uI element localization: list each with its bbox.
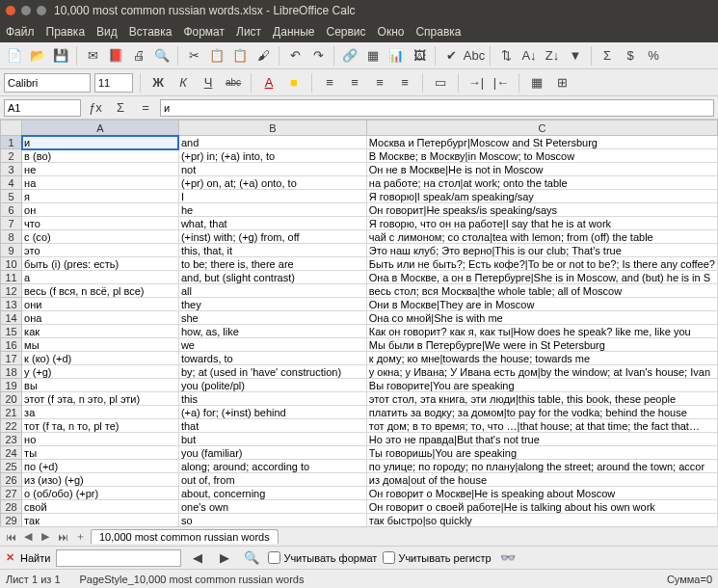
indent-decrease-icon[interactable]: |← — [491, 72, 512, 94]
tab-nav-first-icon[interactable]: ⏮ — [4, 530, 17, 544]
cell[interactable]: свой — [22, 500, 179, 514]
formula-input[interactable] — [160, 99, 714, 117]
cell[interactable]: вы — [22, 379, 179, 392]
cell[interactable]: на работе; на стол|at work; onto the tab… — [366, 176, 717, 190]
cell-reference-input[interactable] — [4, 99, 81, 117]
cell[interactable]: платить за водку; за домом|to pay for th… — [366, 406, 717, 419]
cell[interactable]: у (+g) — [22, 365, 179, 379]
row-header[interactable]: 25 — [1, 460, 22, 473]
insert-table-icon[interactable]: ▦ — [362, 45, 384, 67]
cell[interactable]: she — [178, 311, 366, 325]
find-next-icon[interactable]: ▶ — [214, 548, 235, 569]
font-size-combo[interactable] — [94, 73, 133, 93]
borders-icon[interactable]: ▦ — [526, 72, 547, 94]
cell[interactable]: he — [178, 203, 366, 217]
font-color-icon[interactable]: A — [258, 72, 279, 94]
cell[interactable]: (+a) for; (+inst) behind — [178, 406, 366, 419]
row-header[interactable]: 26 — [1, 473, 22, 487]
cell[interactable]: Я говорю|I speak/am speaking/say — [366, 190, 717, 203]
row-header[interactable]: 28 — [1, 500, 22, 514]
cell[interactable]: out of, from — [178, 473, 366, 487]
cell[interactable]: Вы говорите|You are speaking — [366, 379, 717, 392]
cell[interactable]: and, but (slight contrast) — [178, 271, 366, 284]
align-right-icon[interactable]: ≡ — [369, 72, 390, 94]
cell[interactable]: так быстро|so quickly — [366, 514, 717, 527]
save-icon[interactable]: 💾 — [50, 45, 71, 67]
align-left-icon[interactable]: ≡ — [319, 72, 340, 94]
row-header[interactable]: 16 — [1, 338, 22, 352]
tab-nav-last-icon[interactable]: ⏭ — [56, 530, 69, 544]
sort-asc-icon[interactable]: A↓ — [519, 45, 540, 67]
cell[interactable]: Но это не правда|But that's not true — [366, 433, 717, 446]
row-header[interactable]: 14 — [1, 311, 22, 325]
row-header[interactable]: 12 — [1, 284, 22, 298]
window-close-icon[interactable] — [6, 6, 15, 15]
cell[interactable]: you (familiar) — [178, 446, 366, 460]
spellcheck-icon[interactable]: ✔ — [440, 45, 462, 67]
highlight-color-icon[interactable]: ■ — [283, 72, 305, 94]
cell[interactable]: ты — [22, 446, 179, 460]
paste-icon[interactable]: 📋 — [229, 45, 251, 67]
cell[interactable]: Быть или не быть?; Есть кофе?|To be or n… — [366, 257, 717, 271]
menu-insert[interactable]: Вставка — [129, 25, 173, 39]
row-header[interactable]: 21 — [1, 406, 22, 419]
row-header[interactable]: 15 — [1, 325, 22, 338]
find-binoculars-icon[interactable]: 👓 — [497, 548, 519, 569]
cell[interactable]: Он не в Москве|He is not in Moscow — [366, 163, 717, 176]
menu-view[interactable]: Вид — [96, 25, 118, 39]
italic-button[interactable]: К — [173, 72, 194, 94]
cell[interactable]: along; around; according to — [178, 460, 366, 473]
column-header[interactable]: C — [366, 120, 717, 136]
cell[interactable]: к (ко) (+d) — [22, 352, 179, 365]
cell[interactable]: what, that — [178, 217, 366, 230]
row-header[interactable]: 7 — [1, 217, 22, 230]
functions-icon[interactable]: Σ — [597, 45, 618, 67]
menu-data[interactable]: Данные — [273, 25, 314, 39]
cell[interactable]: Он говорит о Москве|He is speaking about… — [366, 487, 717, 500]
tab-nav-prev-icon[interactable]: ◀ — [21, 530, 35, 544]
cell[interactable]: по (+d) — [22, 460, 179, 473]
menu-help[interactable]: Справка — [415, 25, 461, 39]
tab-nav-next-icon[interactable]: ▶ — [39, 530, 52, 544]
row-header[interactable]: 8 — [1, 230, 22, 244]
cut-icon[interactable]: ✂ — [183, 45, 204, 67]
match-format-checkbox[interactable]: Учитывать формат — [268, 551, 377, 564]
column-header[interactable]: A — [22, 120, 179, 136]
cell[interactable]: по улице; по городу; по плану|along the … — [366, 460, 717, 473]
cell[interactable]: all — [178, 284, 366, 298]
cell[interactable]: он — [22, 203, 179, 217]
bold-button[interactable]: Ж — [147, 72, 169, 94]
row-header[interactable]: 18 — [1, 365, 22, 379]
cell[interactable]: Он говорит о своей работе|He is talking … — [366, 500, 717, 514]
cell[interactable]: тот дом; в то время; то, что …|that hous… — [366, 419, 717, 433]
row-header[interactable]: 27 — [1, 487, 22, 500]
cell[interactable]: я — [22, 190, 179, 203]
cell[interactable]: из (изо) (+g) — [22, 473, 179, 487]
menu-tools[interactable]: Сервис — [326, 25, 365, 39]
cell[interactable]: с (со) — [22, 230, 179, 244]
row-header[interactable]: 9 — [1, 244, 22, 257]
cell[interactable]: этот (f эта, n это, pl эти) — [22, 392, 179, 406]
match-case-checkbox[interactable]: Учитывать регистр — [383, 551, 491, 564]
cell[interactable]: this, that, it — [178, 244, 366, 257]
cell[interactable]: чай с лимоном; со стола|tea with lemon; … — [366, 230, 717, 244]
cell[interactable]: one's own — [178, 500, 366, 514]
cell[interactable]: (+inst) with; (+g) from, off — [178, 230, 366, 244]
new-icon[interactable]: 📄 — [4, 45, 25, 67]
cell[interactable]: Москва и Петербург|Moscow and St Petersb… — [366, 136, 717, 149]
window-maximize-icon[interactable] — [37, 6, 46, 15]
sheet-tab[interactable]: 10,000 most common russian words — [91, 529, 279, 544]
align-justify-icon[interactable]: ≡ — [394, 72, 415, 94]
preview-icon[interactable]: 🔍 — [151, 45, 173, 67]
cell[interactable]: Ты говоришь|You are speaking — [366, 446, 717, 460]
cell[interactable]: она — [22, 311, 179, 325]
cell[interactable]: тот (f та, n то, pl те) — [22, 419, 179, 433]
font-name-combo[interactable] — [4, 73, 91, 93]
row-header[interactable]: 11 — [1, 271, 22, 284]
cell[interactable]: весь стол; вся Москва|the whole table; a… — [366, 284, 717, 298]
find-prev-icon[interactable]: ◀ — [187, 548, 208, 569]
percent-icon[interactable]: % — [643, 45, 664, 67]
cell[interactable]: а — [22, 271, 179, 284]
cell[interactable]: это — [22, 244, 179, 257]
cell[interactable]: (+pr) in; (+a) into, to — [178, 149, 366, 163]
